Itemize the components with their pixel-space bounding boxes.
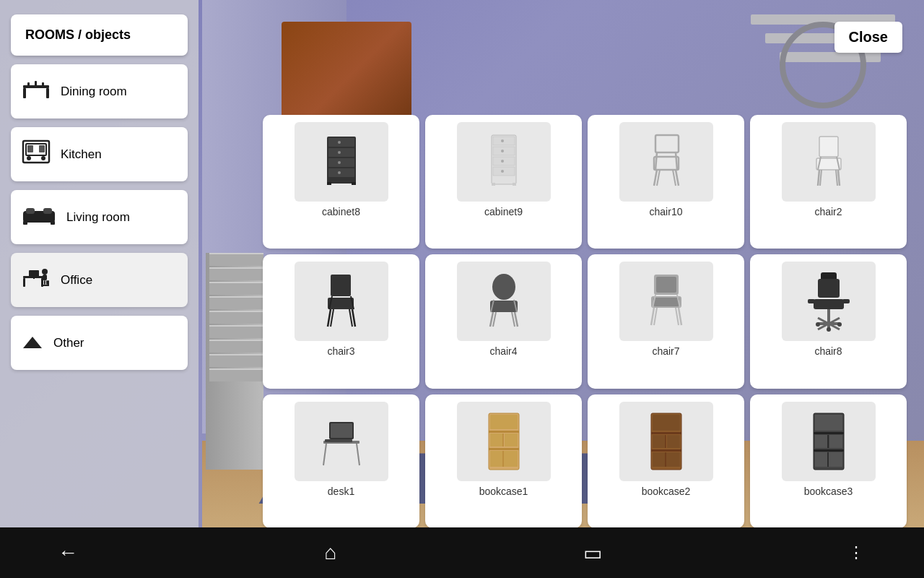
item-card-chair8[interactable]: chair8 (750, 254, 907, 388)
sidebar-item-other[interactable]: Other (11, 316, 188, 370)
svg-rect-31 (328, 138, 354, 147)
svg-rect-32 (328, 148, 354, 157)
item-label-chair4: chair4 (489, 345, 517, 357)
svg-point-37 (338, 161, 341, 164)
item-card-bookcase3[interactable]: bookcase3 (750, 394, 907, 528)
sidebar-item-office[interactable]: Office (11, 253, 188, 307)
menu-button[interactable]: ⋮ (848, 543, 866, 562)
svg-rect-21 (33, 277, 35, 279)
svg-rect-4 (35, 81, 37, 88)
svg-point-22 (42, 269, 48, 275)
item-card-chair10[interactable]: chair10 (588, 115, 744, 249)
office-label: Office (61, 273, 92, 288)
svg-rect-16 (51, 221, 55, 225)
item-card-bookcase1[interactable]: bookcase1 (425, 394, 582, 528)
item-card-bookcase2[interactable]: bookcase2 (588, 394, 744, 528)
recents-button[interactable]: ▭ (583, 541, 602, 565)
item-preview-chair2 (782, 122, 876, 202)
svg-line-65 (836, 170, 837, 186)
svg-rect-120 (490, 451, 518, 467)
item-preview-cabinet9 (457, 122, 551, 202)
svg-rect-52 (655, 135, 679, 152)
svg-line-111 (323, 444, 326, 465)
svg-line-64 (820, 170, 821, 186)
svg-rect-109 (331, 423, 352, 438)
svg-rect-34 (328, 168, 354, 177)
item-card-chair7[interactable]: chair7 (588, 254, 744, 388)
item-label-chair2: chair2 (814, 206, 842, 217)
item-card-chair4[interactable]: chair4 (425, 254, 582, 388)
svg-point-105 (837, 322, 842, 327)
svg-line-59 (676, 152, 677, 170)
item-card-chair3[interactable]: chair3 (263, 254, 419, 388)
item-preview-chair7 (619, 262, 713, 341)
svg-line-112 (357, 444, 359, 465)
svg-rect-99 (827, 309, 830, 318)
svg-point-47 (501, 150, 504, 152)
svg-rect-68 (331, 275, 351, 296)
item-preview-chair4 (457, 262, 551, 341)
svg-rect-15 (23, 221, 27, 225)
svg-rect-134 (815, 415, 842, 431)
svg-rect-8 (27, 145, 33, 152)
svg-rect-97 (808, 299, 815, 303)
item-card-chair2[interactable]: chair2 (750, 115, 907, 249)
svg-line-70 (328, 309, 331, 327)
items-grid: cabinet8 cabinet9 (260, 112, 910, 531)
svg-rect-40 (352, 182, 356, 185)
item-label-chair3: chair3 (327, 345, 354, 357)
svg-rect-126 (653, 435, 666, 448)
svg-marker-29 (23, 337, 42, 348)
svg-point-49 (501, 170, 504, 173)
svg-rect-124 (651, 449, 681, 452)
svg-rect-87 (653, 298, 679, 306)
svg-rect-129 (653, 452, 680, 467)
svg-line-58 (655, 152, 657, 170)
sidebar-item-kitchen[interactable]: Kitchen (11, 127, 188, 181)
svg-rect-115 (489, 448, 519, 450)
svg-point-11 (41, 156, 45, 160)
dining-room-label: Dining room (61, 85, 127, 99)
svg-rect-60 (819, 137, 838, 157)
svg-point-36 (338, 151, 341, 154)
svg-rect-14 (43, 208, 52, 214)
svg-line-55 (676, 170, 679, 186)
back-button[interactable]: ← (58, 541, 78, 564)
svg-point-38 (338, 171, 341, 174)
svg-rect-96 (814, 299, 844, 309)
sidebar-item-dining-room[interactable]: Dining room (11, 64, 188, 118)
item-card-cabinet8[interactable]: cabinet8 (263, 115, 419, 249)
svg-rect-98 (842, 299, 850, 303)
svg-point-10 (27, 156, 31, 160)
home-button[interactable]: ⌂ (324, 541, 336, 564)
living-room-label: Living room (66, 210, 130, 225)
item-label-cabinet9: cabinet9 (484, 206, 523, 217)
svg-rect-138 (815, 452, 842, 467)
svg-rect-18 (23, 278, 25, 287)
svg-rect-25 (46, 280, 48, 285)
other-label: Other (53, 336, 84, 350)
sidebar: ROOMS / objects Dining room (0, 0, 199, 527)
svg-rect-20 (29, 270, 39, 277)
svg-rect-118 (505, 434, 518, 447)
rooms-objects-title[interactable]: ROOMS / objects (11, 14, 188, 56)
svg-rect-123 (651, 432, 681, 434)
svg-line-88 (651, 308, 654, 325)
svg-point-46 (501, 139, 504, 142)
svg-rect-133 (814, 449, 844, 452)
item-preview-desk1 (295, 402, 388, 481)
item-preview-bookcase2 (619, 402, 713, 481)
svg-rect-2 (46, 88, 49, 98)
svg-line-54 (654, 170, 657, 186)
close-button[interactable]: Close (834, 22, 902, 53)
item-card-cabinet9[interactable]: cabinet9 (425, 115, 582, 249)
svg-rect-51 (513, 183, 516, 186)
svg-rect-1 (23, 88, 26, 98)
item-label-bookcase2: bookcase2 (642, 486, 691, 497)
item-card-desk1[interactable]: desk1 (263, 394, 419, 528)
svg-rect-114 (489, 431, 519, 433)
svg-rect-136 (829, 435, 842, 448)
office-icon (22, 264, 51, 296)
sidebar-item-living-room[interactable]: Living room (11, 190, 188, 244)
svg-rect-77 (490, 301, 518, 312)
